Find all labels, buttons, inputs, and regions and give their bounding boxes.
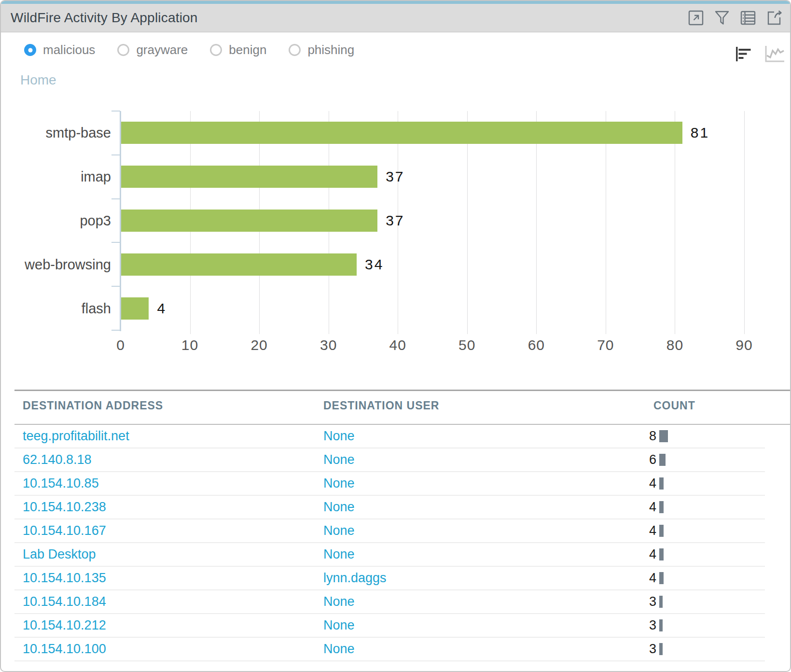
- table-row: 62.140.8.18None6: [14, 448, 765, 472]
- count-value: 4: [604, 472, 656, 495]
- destination-user-link[interactable]: None: [323, 543, 355, 566]
- x-axis-tick-label: 60: [514, 337, 558, 353]
- verdict-radio-group: malicious grayware benign phishing: [24, 42, 354, 57]
- chart-bar[interactable]: [121, 166, 377, 188]
- column-header-destination-user[interactable]: DESTINATION USER: [323, 399, 439, 412]
- radio-grayware[interactable]: grayware: [117, 42, 188, 57]
- expand-icon[interactable]: [688, 10, 704, 26]
- filter-icon[interactable]: [714, 10, 730, 26]
- radio-grayware-label: grayware: [136, 42, 188, 57]
- destination-address-link[interactable]: 62.140.8.18: [23, 448, 92, 471]
- destination-table: DESTINATION ADDRESS DESTINATION USER COU…: [1, 390, 791, 672]
- destination-address-link[interactable]: 10.154.10.184: [23, 590, 106, 613]
- x-axis-tick-label: 90: [722, 337, 766, 353]
- count-mini-bar: [659, 596, 663, 608]
- y-axis-tick: [111, 198, 120, 199]
- chart-gridline: [536, 111, 537, 334]
- chart-gridline: [606, 111, 606, 334]
- widget-titlebar: WildFire Activity By Application: [1, 4, 790, 32]
- destination-user-link[interactable]: None: [323, 472, 355, 495]
- radio-malicious[interactable]: malicious: [24, 42, 95, 57]
- bar-category-label: smtp-base: [1, 122, 111, 144]
- count-mini-bar: [659, 477, 664, 490]
- y-axis-tick: [111, 154, 120, 155]
- radio-phishing-circle[interactable]: [289, 44, 301, 56]
- x-axis-tick-label: 20: [237, 337, 281, 353]
- column-header-destination-address[interactable]: DESTINATION ADDRESS: [23, 399, 163, 412]
- table-view-icon[interactable]: [740, 10, 756, 26]
- table-row: 10.154.10.135lynn.daggs4: [14, 567, 765, 590]
- breadcrumb-home-link[interactable]: Home: [20, 72, 56, 88]
- destination-address-link[interactable]: Lab Desktop: [23, 543, 96, 566]
- table-row: teeg.profitabilit.netNone8: [14, 425, 765, 448]
- chart-bar[interactable]: [121, 122, 682, 144]
- bar-value-label: 4: [157, 297, 167, 320]
- count-value: 6: [604, 448, 656, 471]
- line-chart-toggle-icon[interactable]: [764, 44, 785, 65]
- destination-address-link[interactable]: teeg.profitabilit.net: [23, 425, 129, 448]
- destination-user-link[interactable]: None: [323, 614, 355, 637]
- count-mini-bar: [659, 501, 664, 513]
- column-header-count[interactable]: COUNT: [653, 399, 695, 412]
- count-mini-bar: [659, 525, 664, 537]
- table-row: Lab DesktopNone4: [14, 543, 765, 567]
- count-value: 4: [604, 567, 656, 589]
- titlebar-icons: [688, 10, 782, 26]
- table-row: 10.154.10.167None4: [14, 519, 765, 543]
- bar-chart: 0102030405060708090smtp-base81imap37pop3…: [1, 102, 791, 373]
- count-value: 4: [604, 543, 656, 566]
- destination-address-link[interactable]: 10.154.10.100: [23, 638, 106, 660]
- destination-address-link[interactable]: 10.154.10.212: [23, 614, 106, 637]
- count-mini-bar: [659, 643, 663, 655]
- bar-chart-toggle-icon[interactable]: [735, 45, 752, 65]
- bar-category-label: pop3: [1, 210, 111, 232]
- bar-category-label: web-browsing: [1, 253, 111, 276]
- count-value: 4: [604, 519, 656, 542]
- chart-gridline: [744, 111, 745, 334]
- count-value: 3: [604, 614, 656, 637]
- count-value: 8: [604, 425, 656, 448]
- x-axis-tick-label: 70: [584, 337, 627, 353]
- chart-bar[interactable]: [121, 253, 357, 276]
- wildfire-activity-widget: WildFire Activity By Application: [0, 0, 791, 672]
- y-axis-tick: [111, 111, 120, 112]
- widget-title: WildFire Activity By Application: [11, 10, 688, 26]
- chart-type-toggles: [735, 44, 785, 65]
- bar-category-label: flash: [1, 297, 111, 320]
- bar-category-label: imap: [1, 166, 111, 188]
- x-axis-tick-label: 50: [445, 337, 489, 353]
- destination-user-link[interactable]: None: [323, 448, 355, 471]
- radio-benign[interactable]: benign: [210, 42, 266, 57]
- chart-bar[interactable]: [121, 210, 377, 232]
- bar-value-label: 81: [691, 122, 709, 144]
- destination-address-link[interactable]: 10.154.10.85: [23, 472, 99, 495]
- destination-user-link[interactable]: None: [323, 638, 355, 660]
- destination-user-link[interactable]: None: [323, 496, 355, 518]
- destination-user-link[interactable]: None: [323, 425, 355, 448]
- destination-user-link[interactable]: lynn.daggs: [323, 567, 387, 589]
- radio-phishing-label: phishing: [307, 42, 354, 57]
- radio-benign-label: benign: [229, 42, 266, 57]
- count-mini-bar: [659, 572, 664, 584]
- export-icon[interactable]: [766, 10, 782, 26]
- bar-value-label: 37: [386, 210, 404, 232]
- chart-gridline: [467, 111, 468, 334]
- table-row: 10.154.10.100None3: [14, 638, 765, 661]
- radio-grayware-circle[interactable]: [117, 44, 129, 56]
- destination-address-link[interactable]: 10.154.10.135: [23, 567, 106, 589]
- x-axis-tick-label: 30: [307, 337, 350, 353]
- destination-user-link[interactable]: None: [323, 590, 355, 613]
- count-mini-bar: [659, 619, 663, 631]
- count-mini-bar: [659, 454, 666, 466]
- count-value: 3: [604, 638, 656, 660]
- destination-address-link[interactable]: 10.154.10.167: [23, 519, 106, 542]
- radio-phishing[interactable]: phishing: [289, 42, 354, 57]
- radio-malicious-circle[interactable]: [24, 44, 36, 56]
- count-mini-bar: [659, 548, 664, 560]
- bar-value-label: 34: [365, 253, 384, 276]
- destination-user-link[interactable]: None: [323, 519, 355, 542]
- radio-benign-circle[interactable]: [210, 44, 222, 56]
- destination-address-link[interactable]: 10.154.10.238: [23, 496, 106, 518]
- x-axis-tick-label: 40: [376, 337, 419, 353]
- chart-bar[interactable]: [121, 297, 149, 320]
